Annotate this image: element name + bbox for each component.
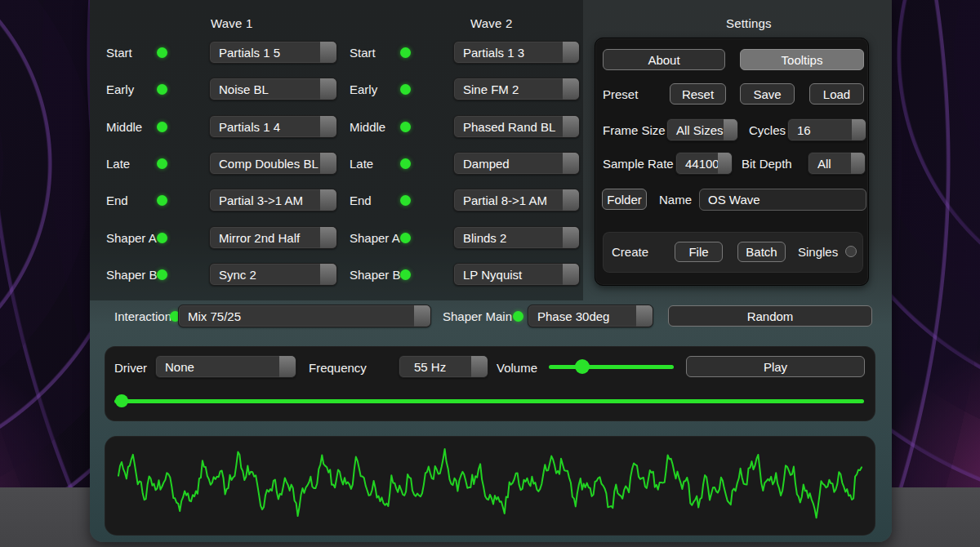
dropdown-grip-icon[interactable]: [320, 116, 336, 137]
wave2-shaper-b-dropdown[interactable]: LP Nyquist: [453, 263, 580, 286]
wavetable-app-window: Wave 1 Wave 2 Settings Start Partials 1 …: [90, 0, 892, 542]
wave1-end-label: End: [106, 193, 157, 207]
waveform-panel: [105, 436, 875, 536]
preset-reset-button[interactable]: Reset: [670, 83, 726, 105]
wave2-start-value: Partials 1 3: [454, 46, 524, 60]
dropdown-grip-icon[interactable]: [320, 42, 336, 63]
volume-slider-thumb[interactable]: [575, 359, 590, 374]
frame-size-dropdown[interactable]: All Sizes: [666, 118, 738, 141]
shaper-main-dropdown[interactable]: Phase 30deg: [528, 305, 653, 327]
wave2-shaper-b-value: LP Nyquist: [454, 268, 522, 282]
wave1-shaper-b-indicator[interactable]: [157, 269, 167, 280]
wave1-end-dropdown[interactable]: Partial 3->1 AM: [209, 189, 337, 211]
wave1-late-indicator[interactable]: [157, 158, 167, 169]
frame-size-value: All Sizes: [667, 123, 724, 137]
shaper-main-label: Shaper Main: [443, 309, 513, 323]
wave2-middle-indicator[interactable]: [400, 122, 411, 132]
wave2-middle-dropdown[interactable]: Phased Rand BL: [453, 115, 580, 138]
wave2-start-dropdown[interactable]: Partials 1 3: [453, 41, 580, 64]
dropdown-grip-icon[interactable]: [471, 356, 488, 377]
dropdown-grip-icon[interactable]: [320, 78, 336, 100]
dropdown-grip-icon[interactable]: [563, 264, 579, 285]
create-file-button[interactable]: File: [675, 242, 723, 262]
wave2-start-indicator[interactable]: [400, 47, 411, 58]
tooltips-button[interactable]: Tooltips: [740, 49, 864, 70]
create-batch-button[interactable]: Batch: [737, 242, 786, 262]
frequency-value: 55 Hz: [399, 360, 446, 374]
dropdown-grip-icon[interactable]: [320, 189, 336, 211]
position-slider-track[interactable]: [114, 399, 864, 403]
wave2-shaper-b-indicator[interactable]: [400, 269, 411, 280]
dropdown-grip-icon[interactable]: [563, 227, 579, 248]
settings-panel: About Tooltips Preset Reset Save Load Fr…: [595, 38, 869, 286]
wave1-early-dropdown[interactable]: Noise BL: [209, 78, 337, 100]
dropdown-grip-icon[interactable]: [563, 116, 579, 137]
shaper-main-indicator[interactable]: [513, 311, 523, 322]
volume-slider-track[interactable]: [549, 365, 674, 369]
wave2-late-indicator[interactable]: [400, 158, 411, 169]
wave2-late-label: Late: [350, 157, 400, 171]
wave1-shaper-a-indicator[interactable]: [157, 233, 167, 243]
driver-value: None: [156, 360, 194, 374]
dropdown-grip-icon[interactable]: [320, 153, 336, 174]
wave1-shaper-b-dropdown[interactable]: Sync 2: [209, 263, 337, 286]
preset-load-button[interactable]: Load: [809, 83, 864, 105]
dropdown-grip-icon[interactable]: [636, 305, 653, 327]
wave1-shaper-a-dropdown[interactable]: Mirror 2nd Half: [209, 226, 337, 249]
wave2-late-dropdown[interactable]: Damped: [453, 152, 580, 175]
name-input[interactable]: OS Wave: [699, 189, 866, 211]
dropdown-grip-icon[interactable]: [563, 189, 579, 211]
driver-dropdown[interactable]: None: [155, 355, 296, 378]
wave1-start-indicator[interactable]: [157, 47, 167, 58]
wave2-early-label: Early: [350, 82, 400, 96]
wave1-end-indicator[interactable]: [157, 195, 167, 206]
wave1-middle-dropdown[interactable]: Partials 1 4: [209, 115, 337, 138]
dropdown-grip-icon[interactable]: [851, 153, 865, 174]
dropdown-grip-icon[interactable]: [563, 78, 579, 100]
wave2-end-label: End: [350, 193, 400, 207]
frequency-dropdown[interactable]: 55 Hz: [399, 355, 488, 378]
bit-depth-dropdown[interactable]: All: [808, 152, 866, 175]
sample-rate-dropdown[interactable]: 44100: [675, 152, 733, 175]
cycles-dropdown[interactable]: 16: [787, 118, 866, 141]
wave1-early-indicator[interactable]: [157, 84, 167, 95]
wave2-middle-value: Phased Rand BL: [454, 120, 555, 134]
random-button[interactable]: Random: [668, 305, 872, 327]
wave1-early-label: Early: [106, 82, 157, 96]
wave2-early-indicator[interactable]: [400, 84, 411, 95]
volume-slider[interactable]: [549, 359, 674, 374]
wave1-late-value: Comp Doubles BL: [210, 157, 318, 171]
dropdown-grip-icon[interactable]: [563, 153, 579, 174]
dropdown-grip-icon[interactable]: [320, 227, 336, 248]
wave2-early-dropdown[interactable]: Sine FM 2: [453, 78, 580, 100]
interaction-value: Mix 75/25: [179, 309, 241, 323]
dropdown-grip-icon[interactable]: [279, 356, 296, 377]
wave1-late-dropdown[interactable]: Comp Doubles BL: [209, 152, 337, 175]
dropdown-grip-icon[interactable]: [852, 119, 866, 140]
volume-label: Volume: [497, 361, 537, 375]
dropdown-grip-icon[interactable]: [724, 119, 737, 140]
wave2-end-indicator[interactable]: [400, 195, 411, 206]
folder-button[interactable]: Folder: [602, 189, 647, 210]
wave1-middle-indicator[interactable]: [157, 122, 167, 132]
about-button[interactable]: About: [603, 49, 725, 70]
interaction-dropdown[interactable]: Mix 75/25: [178, 305, 431, 327]
dropdown-grip-icon[interactable]: [718, 153, 732, 174]
position-slider-thumb[interactable]: [115, 394, 128, 407]
dropdown-grip-icon[interactable]: [414, 305, 430, 327]
wave2-end-dropdown[interactable]: Partial 8->1 AM: [453, 189, 580, 211]
dropdown-grip-icon[interactable]: [320, 264, 336, 285]
wave1-start-dropdown[interactable]: Partials 1 5: [209, 41, 337, 64]
dropdown-grip-icon[interactable]: [563, 42, 579, 63]
singles-radio[interactable]: [845, 246, 857, 257]
sample-rate-label: Sample Rate: [603, 157, 674, 171]
wave2-start-label: Start: [350, 46, 400, 60]
position-slider[interactable]: [114, 394, 864, 408]
wave2-shaper-a-indicator[interactable]: [400, 233, 411, 243]
wave1-shaper-b-value: Sync 2: [210, 268, 256, 282]
play-button[interactable]: Play: [686, 356, 865, 377]
wave2-shaper-a-dropdown[interactable]: Blinds 2: [453, 226, 580, 249]
cycles-value: 16: [788, 123, 811, 137]
preset-save-button[interactable]: Save: [740, 83, 795, 105]
wave1-middle-value: Partials 1 4: [210, 120, 280, 134]
